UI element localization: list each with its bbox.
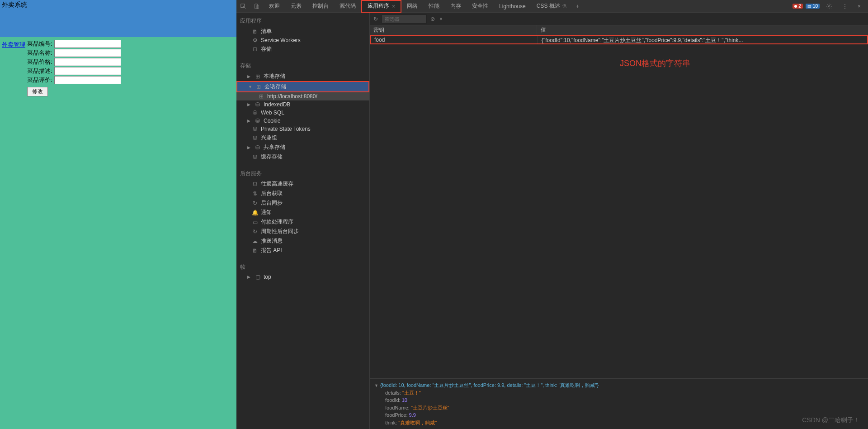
preview-summary[interactable]: ▼{foodId: 10, foodName: "土豆片炒土豆丝", foodP… bbox=[374, 381, 863, 389]
plus-icon[interactable]: + bbox=[572, 0, 583, 13]
preview-foodId: foodId: 10 bbox=[374, 396, 863, 404]
close-icon[interactable]: × bbox=[392, 3, 395, 10]
label-food-desc: 菜品描述: bbox=[27, 67, 54, 75]
tab-lighthouse[interactable]: Lighthouse bbox=[494, 0, 531, 13]
preview-think: think: "真难吃啊，齁咸" bbox=[374, 419, 863, 427]
food-form: 菜品编号: 菜品名称: 菜品价格: 菜品描述: 菜品评价: 修改 bbox=[27, 37, 121, 429]
th-key[interactable]: 密钥 bbox=[370, 25, 537, 35]
th-value[interactable]: 值 bbox=[537, 25, 868, 35]
sidebar-cache-storage[interactable]: ⛁缓存存储 bbox=[236, 152, 369, 162]
food-price-input[interactable] bbox=[54, 58, 121, 66]
sidebar-indexeddb[interactable]: ▶⛁IndexedDB bbox=[236, 100, 369, 109]
label-food-id: 菜品编号: bbox=[27, 40, 54, 48]
sidebar-cookie[interactable]: ▶⛁Cookie bbox=[236, 117, 369, 125]
tab-security[interactable]: 安全性 bbox=[467, 0, 494, 13]
sidebar-manifest[interactable]: 🗎清单 bbox=[236, 27, 369, 36]
filter-bar: ↻ ⊘ × bbox=[370, 13, 868, 25]
filter-input[interactable] bbox=[382, 14, 427, 24]
tab-application[interactable]: 应用程序× bbox=[361, 0, 401, 13]
food-id-input[interactable] bbox=[54, 40, 121, 48]
sidebar-notifications[interactable]: 🔔通知 bbox=[236, 208, 369, 217]
tab-network[interactable]: 网络 bbox=[401, 0, 423, 13]
chevron-right-icon: ▶ bbox=[247, 102, 252, 107]
chevron-down-icon: ▼ bbox=[374, 383, 378, 388]
more-icon[interactable]: ⋮ bbox=[839, 0, 851, 13]
food-desc-input[interactable] bbox=[54, 67, 121, 75]
sidebar-bg-sync[interactable]: ↻后台同步 bbox=[236, 198, 369, 208]
error-badge[interactable]: 2 bbox=[793, 4, 803, 9]
cookie-icon: ⛁ bbox=[255, 118, 261, 124]
modify-button[interactable]: 修改 bbox=[27, 87, 48, 96]
database-icon: ⛁ bbox=[252, 154, 258, 160]
database-icon: ⛁ bbox=[252, 181, 258, 187]
device-icon[interactable] bbox=[250, 0, 264, 13]
sidebar-storage[interactable]: ⛁存储 bbox=[236, 44, 369, 54]
devtools-main: 应用程序 🗎清单 ⚙Service Workers ⛁存储 存储 ▶⊞本地存储 … bbox=[236, 13, 868, 429]
sidebar-service-workers[interactable]: ⚙Service Workers bbox=[236, 36, 369, 44]
sidebar-bg-fetch[interactable]: ⇅后台获取 bbox=[236, 189, 369, 198]
chevron-right-icon: ▶ bbox=[247, 145, 252, 150]
close-devtools-icon[interactable]: × bbox=[854, 0, 864, 13]
sidebar-payment[interactable]: ▭付款处理程序 bbox=[236, 217, 369, 227]
arrows-icon: ⇅ bbox=[252, 191, 258, 197]
storage-content: ↻ ⊘ × 密钥 值 food {"foodId":10,"foodName":… bbox=[370, 13, 868, 429]
database-icon: ⛁ bbox=[252, 110, 258, 116]
sidebar-local-storage[interactable]: ▶⊞本地存储 bbox=[236, 72, 369, 81]
window-icon: ▢ bbox=[255, 274, 261, 280]
label-food-name: 菜品名称: bbox=[27, 49, 54, 57]
tab-memory[interactable]: 内存 bbox=[445, 0, 467, 13]
app-title: 外卖系统 bbox=[0, 0, 236, 37]
td-value: {"foodId":10,"foodName":"土豆片炒土豆丝","foodP… bbox=[538, 36, 867, 43]
tab-sources[interactable]: 源代码 bbox=[334, 0, 361, 13]
sync-icon: ↻ bbox=[252, 229, 258, 235]
chevron-right-icon: ▶ bbox=[247, 275, 252, 279]
sidebar-session-url[interactable]: ⊞http://localhost:8080/ bbox=[236, 92, 369, 100]
watermark: CSDN @二哈喇子！ bbox=[802, 416, 860, 424]
sidebar-report-api[interactable]: 🗎报告 API bbox=[236, 246, 369, 255]
food-name-input[interactable] bbox=[54, 49, 121, 57]
database-icon: ⛁ bbox=[255, 101, 261, 108]
delete-icon[interactable]: × bbox=[439, 15, 443, 23]
sidebar-private-tokens[interactable]: ⛁Private State Tokens bbox=[236, 125, 369, 133]
gear-icon[interactable] bbox=[822, 0, 836, 13]
tab-console[interactable]: 控制台 bbox=[307, 0, 334, 13]
tab-welcome[interactable]: 欢迎 bbox=[264, 0, 285, 13]
chevron-right-icon: ▶ bbox=[247, 74, 252, 79]
sidebar-shared-storage[interactable]: ▶⛁共享存储 bbox=[236, 143, 369, 152]
document-icon: 🗎 bbox=[252, 248, 258, 254]
tab-css-overview[interactable]: CSS 概述 ⚗ bbox=[531, 0, 572, 13]
sidebar-push[interactable]: ☁推送消息 bbox=[236, 236, 369, 246]
preview-pane: ▼{foodId: 10, foodName: "土豆片炒土豆丝", foodP… bbox=[370, 378, 868, 429]
webapp-panel: 外卖系统 外卖管理 菜品编号: 菜品名称: 菜品价格: 菜品描述: 菜品评价: … bbox=[0, 0, 236, 429]
message-badge[interactable]: ▤10 bbox=[806, 4, 820, 9]
refresh-icon[interactable]: ↻ bbox=[373, 15, 379, 23]
section-frames: 帧 bbox=[236, 262, 369, 273]
sidebar-interest[interactable]: ⛁兴趣组 bbox=[236, 133, 369, 143]
inspect-icon[interactable] bbox=[236, 0, 250, 13]
gears-icon: ⚙ bbox=[252, 37, 258, 43]
cloud-icon: ☁ bbox=[252, 238, 258, 244]
td-key: food bbox=[371, 36, 538, 43]
database-icon: ⛁ bbox=[252, 135, 258, 141]
sidebar-websql[interactable]: ⛁Web SQL bbox=[236, 109, 369, 117]
storage-row-food[interactable]: food {"foodId":10,"foodName":"土豆片炒土豆丝","… bbox=[370, 35, 868, 44]
devtools-panel: 欢迎 元素 控制台 源代码 应用程序× 网络 性能 内存 安全性 Lightho… bbox=[236, 0, 868, 429]
sync-icon: ↻ bbox=[252, 200, 258, 206]
sidebar-session-storage[interactable]: ▼⊞会话存储 bbox=[236, 81, 369, 92]
tab-elements[interactable]: 元素 bbox=[285, 0, 307, 13]
food-review-input[interactable] bbox=[54, 76, 121, 84]
storage-table-header: 密钥 值 bbox=[370, 25, 868, 35]
label-food-price: 菜品价格: bbox=[27, 58, 54, 66]
svg-rect-1 bbox=[255, 4, 258, 9]
sidebar-bf-cache[interactable]: ⛁往返高速缓存 bbox=[236, 179, 369, 189]
sidebar-link[interactable]: 外卖管理 bbox=[0, 37, 27, 429]
bell-icon: 🔔 bbox=[252, 210, 258, 216]
clear-icon[interactable]: ⊘ bbox=[429, 15, 436, 23]
sidebar-frame-top[interactable]: ▶▢top bbox=[236, 273, 369, 281]
tab-performance[interactable]: 性能 bbox=[423, 0, 445, 13]
label-food-review: 菜品评价: bbox=[27, 76, 54, 84]
sidebar-periodic-sync[interactable]: ↻周期性后台同步 bbox=[236, 227, 369, 236]
devtools-tabs: 欢迎 元素 控制台 源代码 应用程序× 网络 性能 内存 安全性 Lightho… bbox=[236, 0, 868, 13]
chevron-down-icon: ▼ bbox=[248, 85, 253, 89]
preview-foodName: foodName: "土豆片炒土豆丝" bbox=[374, 404, 863, 412]
